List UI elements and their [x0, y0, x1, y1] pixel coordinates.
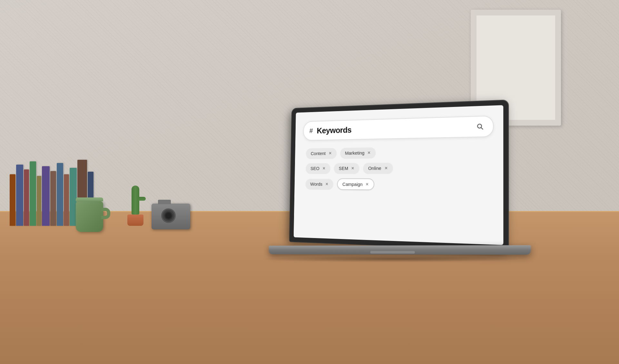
- hash-symbol: #: [310, 127, 313, 135]
- book: [30, 161, 36, 226]
- tag-label: Online: [368, 165, 381, 171]
- book: [42, 166, 50, 226]
- cup-rim: [76, 197, 103, 201]
- search-bar[interactable]: # Keywords: [303, 115, 494, 140]
- tag-sem[interactable]: SEM ✕: [334, 163, 359, 173]
- book: [37, 176, 41, 226]
- tag-remove-icon[interactable]: ✕: [366, 182, 369, 187]
- tag-label: Content: [311, 150, 326, 156]
- tag-remove-icon[interactable]: ✕: [351, 166, 354, 171]
- laptop-base-wrapper: [260, 245, 534, 254]
- book: [24, 169, 29, 226]
- book: [57, 163, 63, 226]
- tag-online[interactable]: Online ✕: [363, 163, 393, 173]
- book: [64, 174, 69, 226]
- cup-body: [76, 201, 103, 232]
- laptop-screen-content: # Keywords: [294, 105, 504, 245]
- tags-row-3: Words ✕ Campaign ✕: [306, 178, 489, 191]
- tag-remove-icon[interactable]: ✕: [322, 166, 326, 170]
- camera: [152, 204, 190, 229]
- book: [10, 174, 15, 226]
- cactus-arm: [139, 197, 146, 201]
- search-icon[interactable]: [474, 120, 486, 132]
- laptop-screen-bezel: # Keywords: [290, 100, 508, 250]
- tag-campaign[interactable]: Campaign ✕: [337, 178, 375, 190]
- laptop-base: [269, 245, 531, 255]
- tag-label: Words: [310, 181, 322, 187]
- tag-remove-icon[interactable]: ✕: [329, 151, 332, 155]
- tag-label: Marketing: [345, 150, 365, 156]
- tag-marketing[interactable]: Marketing ✕: [340, 147, 376, 158]
- laptop: # Keywords: [260, 104, 534, 262]
- camera-top: [158, 200, 171, 204]
- tags-row-2: SEO ✕ SEM ✕ Online ✕: [306, 162, 489, 173]
- tag-words[interactable]: Words ✕: [306, 179, 333, 189]
- tag-content[interactable]: Content ✕: [306, 148, 337, 158]
- tag-seo[interactable]: SEO ✕: [306, 163, 330, 173]
- tag-remove-icon[interactable]: ✕: [384, 166, 388, 170]
- cactus-body: [132, 186, 139, 215]
- cactus-pot: [127, 215, 143, 226]
- cactus: [126, 186, 145, 226]
- tag-remove-icon[interactable]: ✕: [325, 182, 329, 186]
- tags-area: Content ✕ Marketing ✕ SEO: [302, 143, 494, 194]
- tags-row-1: Content ✕ Marketing ✕: [306, 146, 490, 158]
- background-scene: # Keywords: [0, 0, 619, 364]
- laptop-shadow: [261, 256, 524, 262]
- tag-label: SEM: [339, 166, 349, 171]
- tag-label: Campaign: [342, 181, 363, 187]
- book: [50, 171, 56, 226]
- cup-handle: [101, 208, 110, 219]
- tag-remove-icon[interactable]: ✕: [368, 150, 371, 155]
- search-input-display[interactable]: Keywords: [317, 121, 470, 135]
- svg-line-1: [481, 128, 483, 129]
- book: [16, 165, 23, 226]
- coffee-cup: [76, 197, 106, 233]
- laptop-screen-wrapper: # Keywords: [280, 104, 554, 245]
- tag-label: SEO: [310, 166, 319, 171]
- camera-lens: [161, 208, 176, 223]
